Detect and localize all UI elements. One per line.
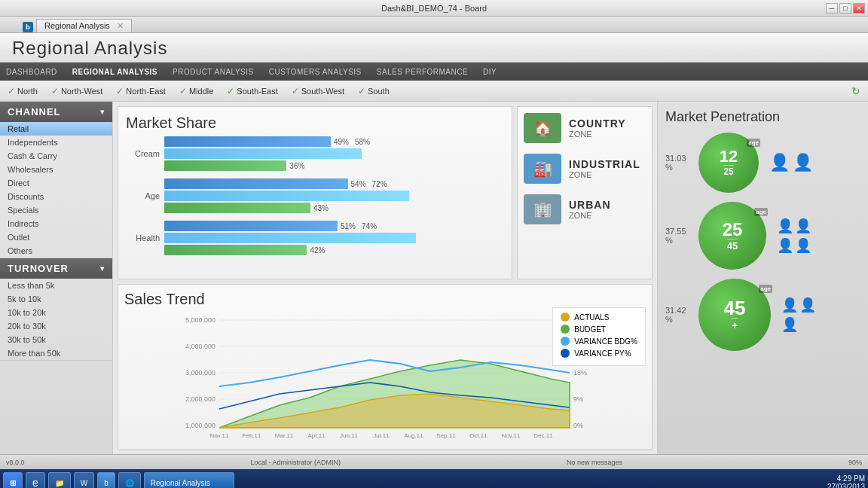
taskbar-chrome[interactable]: 🌐: [118, 472, 141, 488]
channel-section: CHANNEL ▾ Retail Independents Cash & Car…: [0, 102, 112, 258]
person-icon-9: 👤: [781, 316, 798, 333]
mp-circle-45plus: 45 + age: [698, 279, 771, 351]
mp-denom-25: 25: [723, 165, 733, 177]
refresh-icon[interactable]: ↻: [851, 85, 860, 97]
regional-analysis-tab[interactable]: Regional Analysis ✕: [36, 19, 132, 32]
person-icon-2: 👤: [793, 153, 813, 172]
start-button[interactable]: ⊞: [3, 472, 23, 488]
channel-item-discounts[interactable]: Discounts: [0, 190, 112, 203]
filter-south[interactable]: ✓ South: [358, 86, 390, 96]
filter-southeast[interactable]: ✓ South-East: [227, 86, 277, 96]
svg-text:4,000,000: 4,000,000: [185, 343, 215, 350]
cream-bar3-wrap: 36%: [164, 160, 504, 171]
taskbar-board[interactable]: b: [97, 472, 115, 488]
nav-customers[interactable]: CUSTOMERS ANALYSIS: [269, 68, 362, 76]
channel-item-specials[interactable]: Specials: [0, 203, 112, 217]
urban-zone-text: URBAN ZONE: [569, 199, 611, 220]
cream-row: Cream 49% 58%: [126, 136, 504, 171]
mp-circle-1225: 12 25 age: [698, 133, 759, 193]
sales-trend-chart: Sales Trend 5,000,000 4,000,000 3,000,00…: [118, 284, 653, 450]
turnover-lt5k[interactable]: Less than 5k: [0, 279, 112, 292]
health-val2: 74%: [362, 222, 377, 230]
age-val2: 72%: [372, 180, 387, 188]
country-zone-name: COUNTRY: [569, 117, 626, 130]
main-content: Regional Analysis DASHBOARD REGIONAL ANA…: [0, 33, 868, 454]
mp-title: Market Penetration: [665, 109, 860, 125]
filter-middle[interactable]: ✓ Middle: [179, 86, 213, 96]
mp-circle-2545: 25 45 age: [698, 202, 766, 270]
svg-text:5,000,000: 5,000,000: [185, 316, 215, 324]
channel-item-wholesalers[interactable]: Wholesalers: [0, 163, 112, 176]
nav-sales[interactable]: SALES PERFORMANCE: [377, 68, 468, 76]
turnover-10to20k[interactable]: 10k to 20k: [0, 306, 112, 319]
svg-text:Oct.11: Oct.11: [469, 432, 487, 439]
channel-item-cashcarry[interactable]: Cash & Carry: [0, 149, 112, 163]
cream-val3: 36%: [289, 162, 304, 170]
nav-regional[interactable]: REGIONAL ANALYSIS: [72, 68, 157, 76]
channel-toggle[interactable]: ▾: [100, 108, 105, 116]
tab-bar: b Regional Analysis ✕: [0, 17, 868, 33]
mp-people-row3a: 👤 👤: [781, 297, 816, 313]
age-bars: 54% 72% 43%: [164, 178, 504, 213]
svg-text:1,000,000: 1,000,000: [185, 422, 215, 429]
cream-label: Cream: [126, 149, 160, 158]
turnover-20to30k[interactable]: 20k to 30k: [0, 319, 112, 333]
nav-dashboard[interactable]: DASHBOARD: [6, 68, 57, 76]
market-penetration-panel: Market Penetration 31.03 % 12 25 age 👤 👤: [657, 102, 868, 454]
filter-southwest[interactable]: ✓ South-West: [292, 86, 344, 96]
mp-denom-45: 45: [727, 239, 738, 252]
taskbar-ie[interactable]: e: [26, 472, 45, 488]
turnover-5to10k[interactable]: 5k to 10k: [0, 292, 112, 306]
svg-text:Mar.11: Mar.11: [275, 432, 294, 439]
maximize-button[interactable]: □: [839, 3, 851, 14]
svg-text:Nov.11: Nov.11: [210, 432, 229, 439]
title-bar: Dash&BI_DEMO_74 - Board ─ □ ✕: [0, 0, 868, 17]
health-row: Health 51% 74%: [126, 221, 504, 255]
turnover-toggle[interactable]: ▾: [100, 264, 105, 273]
sales-trend-title: Sales Trend: [124, 291, 646, 308]
industrial-zone-name: INDUSTRIAL: [569, 158, 640, 170]
turnover-header: TURNOVER ▾: [0, 258, 112, 279]
health-bar-green: [164, 245, 307, 255]
nav-diy[interactable]: DIY: [483, 68, 497, 76]
mp-percent-45plus: 31.42 %: [665, 306, 694, 324]
channel-item-retail[interactable]: Retail: [0, 122, 112, 136]
turnover-gt50k[interactable]: More than 50k: [0, 346, 112, 360]
channel-item-direct[interactable]: Direct: [0, 176, 112, 190]
filter-northwest[interactable]: ✓ North-West: [51, 86, 102, 96]
taskbar-word[interactable]: W: [74, 472, 94, 488]
channel-item-outlet[interactable]: Outlet: [0, 230, 112, 244]
person-icon-1: 👤: [769, 153, 790, 172]
page-header: Regional Analysis: [0, 33, 868, 63]
mp-age-label-2: age: [754, 208, 768, 216]
person-icon-7: 👤: [781, 297, 798, 313]
window-controls[interactable]: ─ □ ✕: [826, 3, 865, 14]
health-bar3-wrap: 42%: [164, 245, 504, 255]
page-title: Regional Analysis: [12, 38, 856, 59]
turnover-30to50k[interactable]: 30k to 50k: [0, 333, 112, 346]
server-label: Local - Administrator (ADMIN): [250, 459, 341, 466]
mp-people-1225: 👤 👤: [769, 153, 813, 172]
svg-text:2,000,000: 2,000,000: [185, 395, 215, 403]
tab-close-icon[interactable]: ✕: [117, 21, 124, 30]
channel-item-others[interactable]: Others: [0, 244, 112, 258]
channel-item-independents[interactable]: Independents: [0, 136, 112, 149]
svg-text:0%: 0%: [573, 422, 583, 429]
cream-val1: 49%: [334, 138, 349, 146]
legend-variance-py-dot: [561, 349, 570, 358]
taskbar-folder[interactable]: 📁: [48, 472, 71, 488]
legend-budget-label: BUDGET: [574, 325, 606, 334]
legend-variance-py: VARIANCE PY%: [561, 349, 637, 358]
cream-bar1-wrap: 49% 58%: [164, 136, 504, 147]
mp-percent-2545: 37.55 %: [665, 227, 694, 245]
legend-actuals: ACTUALS: [561, 313, 637, 322]
filter-northeast[interactable]: ✓ North-East: [116, 86, 166, 96]
legend-budget-dot: [561, 325, 570, 334]
nav-product[interactable]: PRODUCT ANALYSIS: [173, 68, 254, 76]
minimize-button[interactable]: ─: [826, 3, 838, 14]
channel-item-indirects[interactable]: Indirects: [0, 217, 112, 230]
close-button[interactable]: ✕: [853, 3, 865, 14]
filter-north[interactable]: ✓ North: [8, 86, 38, 96]
active-app-btn[interactable]: Regional Analysis: [144, 472, 234, 488]
svg-text:Feb.11: Feb.11: [243, 432, 261, 439]
